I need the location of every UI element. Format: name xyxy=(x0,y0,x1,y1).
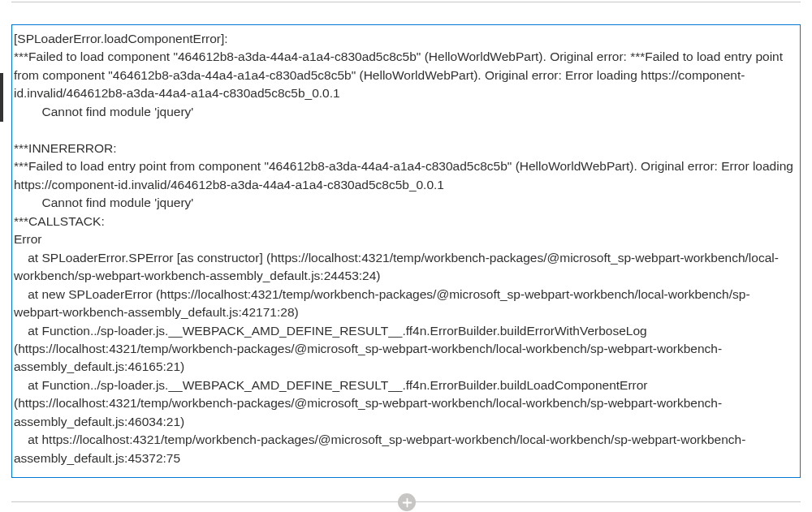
callstack-header: ***CALLSTACK: xyxy=(14,214,105,228)
callstack-error: Error xyxy=(14,232,41,246)
plus-icon xyxy=(402,497,412,508)
error-main-detail: Cannot find module 'jquery' xyxy=(14,105,193,118)
error-message: [SPLoaderError.loadComponentError]: ***F… xyxy=(12,25,800,477)
error-header: [SPLoaderError.loadComponentError]: xyxy=(14,32,228,45)
error-main: ***Failed to load component "464612b8-a3… xyxy=(14,49,786,100)
inner-error: ***Failed to load entry point from compo… xyxy=(14,159,797,191)
error-panel[interactable]: [SPLoaderError.loadComponentError]: ***F… xyxy=(11,24,801,478)
inner-error-header: ***INNERERROR: xyxy=(14,141,117,155)
selection-indicator xyxy=(0,73,3,122)
stack-frame-3: at Function../sp-loader.js.__WEBPACK_AMD… xyxy=(14,324,722,374)
stack-frame-2: at new SPLoaderError (https://localhost:… xyxy=(14,287,750,319)
top-divider xyxy=(11,2,801,2)
stack-frame-5: at https://localhost:4321/temp/workbench… xyxy=(14,432,745,464)
inner-error-detail: Cannot find module 'jquery' xyxy=(14,196,193,209)
stack-frame-1: at SPLoaderError.SPError [as constructor… xyxy=(14,251,779,282)
add-webpart-button[interactable] xyxy=(398,493,416,511)
stack-frame-4: at Function../sp-loader.js.__WEBPACK_AMD… xyxy=(14,378,722,428)
